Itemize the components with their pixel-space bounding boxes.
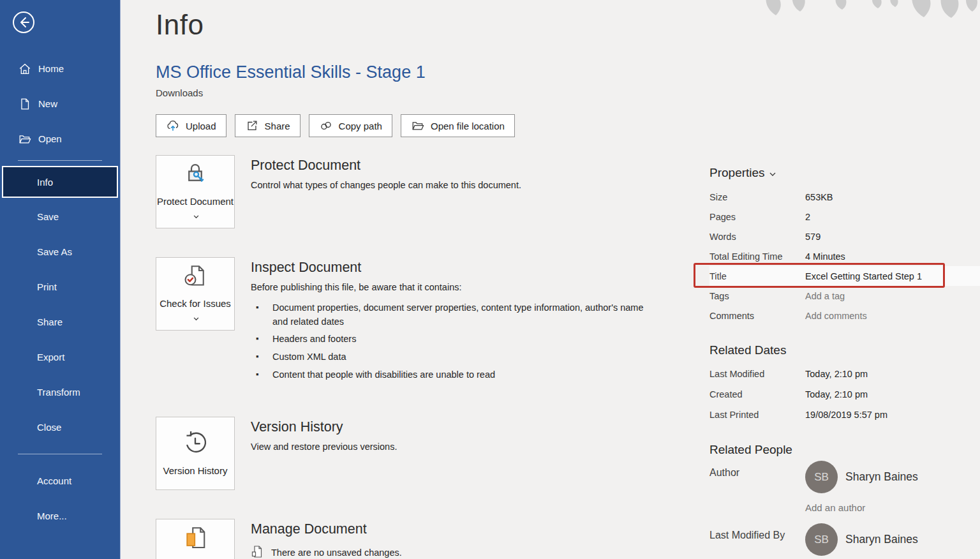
sidebar-item-label: Close xyxy=(37,422,61,433)
property-row-tags[interactable]: Tags Add a tag xyxy=(709,286,980,306)
word-backstage-info-view: Home New Open Info Save Save As Print xyxy=(0,0,980,559)
property-row-words: Words 579 xyxy=(709,227,980,246)
unsaved-changes-note: There are no unsaved changes. xyxy=(251,545,402,559)
author-name[interactable]: Sharyn Baines xyxy=(845,470,918,484)
protect-document-section: Protect Document Protect Document Contro… xyxy=(156,155,709,228)
version-history-icon xyxy=(181,429,209,459)
version-history-info: Version History View and restore previou… xyxy=(251,417,397,454)
check-for-issues-button-label: Check for Issues xyxy=(156,297,234,325)
avatar[interactable]: SB xyxy=(805,523,838,556)
upload-button[interactable]: Upload xyxy=(156,114,226,137)
copy-path-button-label: Copy path xyxy=(339,121,382,131)
sidebar-item-home[interactable]: Home xyxy=(0,51,120,86)
date-row-last-modified: Last Modified Today, 2:10 pm xyxy=(709,364,980,384)
date-label: Last Printed xyxy=(709,410,805,420)
list-item: Headers and footers xyxy=(251,332,659,347)
sidebar-item-export[interactable]: Export xyxy=(0,339,120,375)
chevron-down-icon xyxy=(769,166,776,180)
list-item: Custom XML data xyxy=(251,350,659,364)
properties-rows: Size 653KB Pages 2 Words 579 Total Editi… xyxy=(709,187,980,325)
date-row-created: Created Today, 2:10 pm xyxy=(709,384,980,405)
copy-path-icon xyxy=(319,119,333,133)
add-comments-field[interactable]: Add comments xyxy=(805,311,867,321)
property-value-title[interactable]: Excel Getting Started Step 1 xyxy=(805,271,922,281)
document-location: Downloads xyxy=(156,87,709,98)
share-button-label: Share xyxy=(265,121,290,131)
avatar[interactable]: SB xyxy=(805,461,838,493)
section-description: View and restore previous versions. xyxy=(251,440,397,454)
sidebar-divider xyxy=(18,454,102,454)
protect-document-info: Protect Document Control what types of c… xyxy=(251,155,521,193)
sidebar-item-share[interactable]: Share xyxy=(0,304,120,339)
list-item: Document properties, document server pro… xyxy=(251,301,659,329)
property-value: 653KB xyxy=(805,192,833,202)
property-row-title[interactable]: Title Excel Getting Started Step 1 xyxy=(709,266,980,286)
properties-header[interactable]: Properties xyxy=(709,166,980,180)
folder-icon xyxy=(411,119,425,133)
new-document-icon xyxy=(18,97,32,111)
last-modified-by-person[interactable]: SB Sharyn Baines xyxy=(805,523,918,556)
property-label: Title xyxy=(709,271,805,281)
upload-button-label: Upload xyxy=(186,121,216,131)
sidebar-item-label: Export xyxy=(37,352,64,362)
sidebar-item-close[interactable]: Close xyxy=(0,410,120,445)
info-main-panel: Info MS Office Essential Skills - Stage … xyxy=(121,0,709,559)
author-label: Author xyxy=(709,461,805,493)
open-file-location-button-label: Open file location xyxy=(431,121,505,131)
back-button[interactable] xyxy=(11,10,36,34)
property-row-size: Size 653KB xyxy=(709,187,980,207)
property-row-pages: Pages 2 xyxy=(709,207,980,227)
share-icon xyxy=(245,119,259,133)
inspect-findings-list: Document properties, document server pro… xyxy=(251,301,659,382)
property-value: 4 Minutes xyxy=(805,251,845,262)
date-label: Created xyxy=(709,389,805,399)
last-modified-by-row: Last Modified By SB Sharyn Baines xyxy=(709,523,980,556)
protect-document-button-label: Protect Document xyxy=(156,195,234,223)
property-label: Pages xyxy=(709,212,805,222)
manage-document-button[interactable]: Manage Document xyxy=(156,519,235,559)
chevron-down-icon xyxy=(193,209,199,223)
manage-document-icon xyxy=(182,525,209,553)
sidebar-item-save[interactable]: Save xyxy=(0,199,120,234)
version-history-button[interactable]: Version History xyxy=(156,417,235,490)
related-dates-rows: Last Modified Today, 2:10 pm Created Tod… xyxy=(709,364,980,425)
properties-panel: Properties Size 653KB Pages 2 Words 579 … xyxy=(709,0,980,559)
copy-path-button[interactable]: Copy path xyxy=(309,114,392,137)
date-label: Last Modified xyxy=(709,369,805,379)
author-row: Author SB Sharyn Baines xyxy=(709,461,980,493)
sidebar-item-more[interactable]: More... xyxy=(0,498,120,533)
open-file-location-button[interactable]: Open file location xyxy=(401,114,515,137)
section-title: Version History xyxy=(251,419,397,435)
section-title: Manage Document xyxy=(251,521,402,537)
related-dates-header: Related Dates xyxy=(709,343,980,357)
property-label: Tags xyxy=(709,291,805,301)
sidebar-item-new[interactable]: New xyxy=(0,86,120,121)
add-author-field[interactable]: Add an author xyxy=(805,502,980,513)
sidebar-item-label: New xyxy=(38,98,57,109)
section-description: Control what types of changes people can… xyxy=(251,179,521,193)
last-modified-by-label: Last Modified By xyxy=(709,523,805,556)
sidebar-item-print[interactable]: Print xyxy=(0,269,120,304)
author-person[interactable]: SB Sharyn Baines xyxy=(805,461,918,493)
share-button[interactable]: Share xyxy=(235,114,301,137)
check-for-issues-button[interactable]: Check for Issues xyxy=(156,257,235,331)
sidebar-item-account[interactable]: Account xyxy=(0,463,120,498)
last-modified-by-name[interactable]: Sharyn Baines xyxy=(845,533,918,546)
chevron-down-icon xyxy=(193,311,199,325)
sidebar-item-label: Account xyxy=(37,475,71,486)
page-title: Info xyxy=(156,9,709,41)
sidebar-item-info[interactable]: Info xyxy=(2,166,118,198)
sidebar-item-label: Open xyxy=(38,133,62,144)
back-arrow-icon xyxy=(11,10,36,34)
sidebar-item-open[interactable]: Open xyxy=(0,121,120,156)
property-label: Comments xyxy=(709,311,805,321)
version-history-section: Version History Version History View and… xyxy=(156,417,709,490)
sidebar-item-transform[interactable]: Transform xyxy=(0,375,120,410)
property-row-comments[interactable]: Comments Add comments xyxy=(709,306,980,325)
sidebar-item-save-as[interactable]: Save As xyxy=(0,234,120,269)
add-tag-field[interactable]: Add a tag xyxy=(805,291,845,301)
sidebar-item-label: Save As xyxy=(37,246,72,257)
protect-document-button[interactable]: Protect Document xyxy=(156,155,235,228)
home-icon xyxy=(18,62,32,76)
sidebar-item-label: Info xyxy=(37,177,53,188)
